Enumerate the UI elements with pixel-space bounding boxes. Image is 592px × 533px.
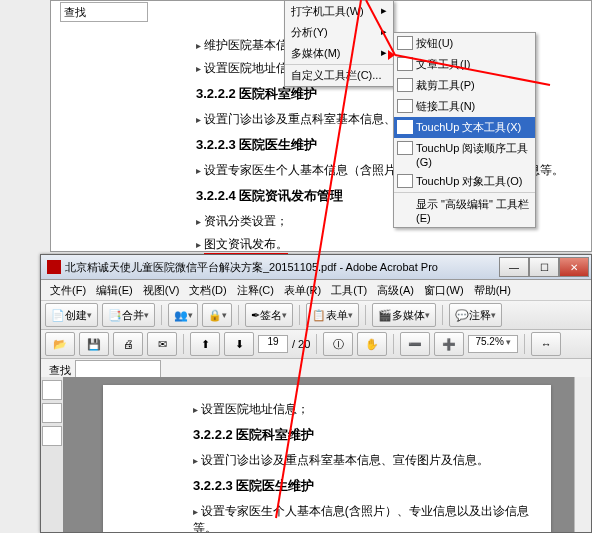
menu-advanced[interactable]: 高级(A) [372, 281, 419, 300]
heading[interactable]: 3.2.2.2 医院科室维护 [193, 426, 537, 444]
multimedia-button[interactable]: 🎬 多媒体 [372, 303, 436, 327]
separator [299, 305, 300, 325]
heading[interactable]: 3.2.2.3 医院医生维护 [193, 477, 537, 495]
paragraph[interactable]: 设置门诊出诊及重点科室基本信息、宣传图片及信息。 [193, 452, 537, 469]
link-icon [397, 99, 413, 113]
fit-width-button[interactable]: ↔ [531, 332, 561, 356]
separator [524, 334, 525, 354]
submenu-item-touchup-text[interactable]: TouchUp 文本工具(X) [394, 117, 535, 138]
touchup-text-icon [397, 120, 413, 134]
pdf-page: 设置医院地址信息； 3.2.2.2 医院科室维护 设置门诊出诊及重点科室基本信息… [103, 385, 551, 532]
menu-document[interactable]: 文档(D) [184, 281, 231, 300]
advanced-edit-submenu: 按钮(U) 文章工具(I) 裁剪工具(P) 链接工具(N) TouchUp 文本… [393, 32, 536, 228]
submenu-item-touchup-object[interactable]: TouchUp 对象工具(O) [394, 171, 535, 192]
paragraph: 图文资讯发布。 [196, 236, 581, 255]
close-button[interactable]: ✕ [559, 257, 589, 277]
print-button[interactable]: 🖨 [113, 332, 143, 356]
page-total-label: / 20 [292, 338, 310, 350]
separator [238, 305, 239, 325]
open-button[interactable]: 📂 [45, 332, 75, 356]
menu-tools[interactable]: 工具(T) [326, 281, 372, 300]
window-titlebar[interactable]: 北京精诚天使儿童医院微信平台解决方案_20151105.pdf - Adobe … [41, 255, 591, 280]
menu-item-customize-toolbar[interactable]: 自定义工具栏(C)... [285, 64, 393, 86]
paragraph[interactable]: 设置专家医生个人基本信息(含照片）、专业信息以及出诊信息等。 [193, 503, 537, 532]
separator [393, 334, 394, 354]
menu-item-typewriter[interactable]: 打字机工具(W)▸ [285, 1, 393, 22]
maximize-button[interactable]: ☐ [529, 257, 559, 277]
forms-button[interactable]: 📋 表单 [306, 303, 359, 327]
underlined-text: 图文资讯发布。 [204, 236, 288, 255]
menu-view[interactable]: 视图(V) [138, 281, 185, 300]
submenu-item-crop[interactable]: 裁剪工具(P) [394, 75, 535, 96]
touchup-object-icon [397, 174, 413, 188]
articles-icon [397, 57, 413, 71]
bookmarks-panel-icon[interactable] [42, 403, 62, 423]
vertical-scrollbar[interactable] [574, 377, 591, 532]
paragraph[interactable]: 设置医院地址信息； [193, 401, 537, 418]
separator [365, 305, 366, 325]
window-controls: — ☐ ✕ [499, 257, 589, 277]
pdf-icon [47, 260, 61, 274]
menu-form[interactable]: 表单(R) [279, 281, 326, 300]
secure-button[interactable]: 🔒 [202, 303, 232, 327]
find-label: 查找 [49, 363, 71, 378]
zoom-out-button[interactable]: ➖ [400, 332, 430, 356]
separator [161, 305, 162, 325]
create-button[interactable]: 📄 创建 [45, 303, 98, 327]
save-button[interactable]: 💾 [79, 332, 109, 356]
toolbar-secondary: 📂 💾 🖨 ✉ ⬆ ⬇ 19 / 20 Ⓘ ✋ ➖ ➕ 75.2% ↔ [41, 330, 591, 359]
hand-tool[interactable]: ✋ [357, 332, 387, 356]
minimize-button[interactable]: — [499, 257, 529, 277]
separator [442, 305, 443, 325]
separator [316, 334, 317, 354]
acrobat-window: 北京精诚天使儿童医院微信平台解决方案_20151105.pdf - Adobe … [40, 254, 592, 533]
combine-button[interactable]: 📑 合并 [102, 303, 155, 327]
menu-item-analysis[interactable]: 分析(Y)▸ [285, 22, 393, 43]
toolbar-main: 📄 创建 📑 合并 👥 🔒 ✒ 签名 📋 表单 🎬 多媒体 💬 注释 [41, 301, 591, 330]
separator [183, 334, 184, 354]
email-button[interactable]: ✉ [147, 332, 177, 356]
menu-comment[interactable]: 注释(C) [232, 281, 279, 300]
submenu-item-articles[interactable]: 文章工具(I) [394, 54, 535, 75]
menu-bar: 文件(F) 编辑(E) 视图(V) 文档(D) 注释(C) 表单(R) 工具(T… [41, 280, 591, 301]
search-field[interactable]: 查找 [60, 2, 148, 22]
menu-file[interactable]: 文件(F) [45, 281, 91, 300]
search-label: 查找 [64, 5, 86, 20]
sign-button[interactable]: ✒ 签名 [245, 303, 293, 327]
collab-button[interactable]: 👥 [168, 303, 198, 327]
page-up-button[interactable]: ⬆ [190, 332, 220, 356]
tools-menu-popup: 打字机工具(W)▸ 分析(Y)▸ 多媒体(M)▸ 自定义工具栏(C)... [284, 0, 394, 87]
zoom-in-button[interactable]: ➕ [434, 332, 464, 356]
button-icon [397, 36, 413, 50]
submenu-item-touchup-read-order[interactable]: TouchUp 阅读顺序工具(G) [394, 138, 535, 171]
crop-icon [397, 78, 413, 92]
comment-button[interactable]: 💬 注释 [449, 303, 502, 327]
pages-panel-icon[interactable] [42, 380, 62, 400]
zoom-level-input[interactable]: 75.2% [468, 335, 518, 353]
page-down-button[interactable]: ⬇ [224, 332, 254, 356]
document-viewport[interactable]: 设置医院地址信息； 3.2.2.2 医院科室维护 设置门诊出诊及重点科室基本信息… [63, 377, 591, 532]
window-title: 北京精诚天使儿童医院微信平台解决方案_20151105.pdf - Adobe … [65, 260, 438, 275]
submenu-item-button[interactable]: 按钮(U) [394, 33, 535, 54]
menu-help[interactable]: 帮助(H) [469, 281, 516, 300]
attachments-panel-icon[interactable] [42, 426, 62, 446]
page-number-input[interactable]: 19 [258, 335, 288, 353]
touchup-read-icon [397, 141, 413, 155]
submenu-item-link[interactable]: 链接工具(N) [394, 96, 535, 117]
menu-edit[interactable]: 编辑(E) [91, 281, 138, 300]
menu-window[interactable]: 窗口(W) [419, 281, 469, 300]
select-tool[interactable]: Ⓘ [323, 332, 353, 356]
navigation-panel [41, 377, 64, 532]
submenu-item-show-toolbar[interactable]: 显示 "高级编辑" 工具栏(E) [394, 192, 535, 227]
menu-item-multimedia[interactable]: 多媒体(M)▸ [285, 43, 393, 64]
